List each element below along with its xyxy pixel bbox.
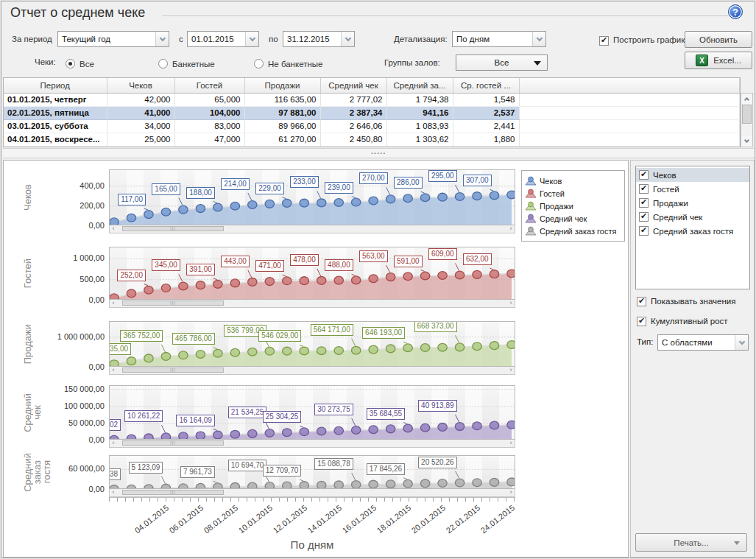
value-cell: 1,880 — [453, 133, 519, 146]
y-axis-tick-label: 60 000,00 — [68, 464, 105, 473]
value-cell: 1 083,93 — [386, 119, 453, 133]
data-point-marker — [473, 479, 481, 487]
chevron-down-icon[interactable] — [735, 335, 748, 350]
excel-button[interactable]: X Excel... — [685, 52, 752, 69]
scroll-up-icon[interactable] — [741, 94, 752, 104]
data-point-marker — [438, 423, 447, 432]
series-list-item[interactable]: Средний чек — [636, 210, 749, 224]
column-header[interactable]: Гостей — [174, 78, 244, 93]
scroll-left-icon[interactable]: ‹ — [110, 440, 117, 446]
plot-area: 385 123,097 961,7310 694,7012 709,7015 0… — [109, 455, 515, 489]
table-row[interactable]: 03.01.2015, суббота34,00083,00089 966,00… — [4, 119, 740, 133]
scroll-left-icon[interactable]: ‹ — [110, 225, 117, 232]
splitter-handle[interactable]: ▪▪▪▪▪ — [3, 148, 755, 158]
print-button[interactable]: Печать... — [635, 533, 747, 552]
data-point-marker — [507, 421, 515, 429]
column-header[interactable]: Ср. гостей ... — [453, 78, 519, 93]
chevron-down-icon[interactable] — [155, 32, 169, 46]
radio-banquet[interactable]: Банкетные — [158, 57, 215, 70]
scroll-left-icon[interactable]: ‹ — [110, 367, 117, 373]
chart-horizontal-scrollbar[interactable]: ‹|||› — [109, 440, 515, 448]
radio-non-banquet[interactable]: Не банкетные — [254, 57, 322, 70]
data-point-marker — [420, 344, 429, 352]
data-point-label: 365 752,00 — [120, 330, 163, 342]
data-point-marker — [161, 352, 170, 360]
chart-type-select[interactable]: С областями — [657, 334, 749, 351]
chart-horizontal-scrollbar[interactable]: ‹|||› — [109, 225, 515, 233]
column-header[interactable]: Период — [4, 78, 107, 93]
series-list-item[interactable]: Гостей — [636, 182, 749, 196]
scrollbar-thumb[interactable] — [742, 105, 752, 124]
radio-all[interactable]: Все — [66, 57, 94, 70]
refresh-button[interactable]: Обновить — [685, 31, 752, 48]
series-list-item[interactable]: Продажи — [636, 196, 749, 210]
area-series-icon — [525, 226, 537, 236]
to-label: по — [269, 31, 278, 47]
series-list-item[interactable]: Чеков — [636, 168, 749, 182]
x-axis-title: По дням — [109, 538, 515, 551]
value-cell: 65,000 — [174, 93, 244, 106]
data-point-marker — [317, 427, 326, 435]
column-header[interactable]: Чеков — [107, 78, 174, 93]
period-select[interactable]: Текущий год — [57, 31, 169, 47]
scroll-down-icon[interactable] — [741, 136, 752, 147]
chevron-down-icon[interactable] — [532, 32, 545, 46]
data-point-label: 40 913,89 — [418, 400, 457, 412]
scrollbar-thumb[interactable]: ||| — [122, 440, 224, 446]
plot-area: 0210 261,2216 164,0921 534,2525 304,2530… — [109, 385, 515, 440]
checkbox-checked-icon[interactable] — [639, 170, 649, 180]
checkbox-checked-icon[interactable] — [639, 184, 649, 194]
series-list-item[interactable]: Средний заказ гостя — [636, 224, 749, 238]
table-row[interactable]: 02.01.2015, пятница41,000104,00097 881,0… — [4, 106, 740, 119]
scrollbar-thumb[interactable]: ||| — [122, 490, 224, 495]
column-header[interactable]: Продажи — [244, 78, 320, 93]
build-chart-checkbox[interactable] — [599, 34, 609, 47]
data-point-marker — [334, 481, 343, 489]
data-point-marker — [455, 271, 464, 279]
scroll-left-icon[interactable]: ‹ — [110, 489, 117, 496]
table-row[interactable]: 04.01.2015, воскресе...25,00047,00061 27… — [4, 133, 740, 146]
hall-groups-dropdown[interactable]: Все — [456, 55, 548, 71]
scroll-left-icon[interactable]: ‹ — [110, 300, 117, 306]
column-header[interactable]: Средний чек — [320, 78, 386, 93]
from-label: с — [179, 31, 183, 47]
value-cell: 2 450,80 — [320, 133, 386, 146]
checkbox-checked-icon[interactable] — [639, 212, 649, 222]
checkbox-checked-icon[interactable] — [639, 226, 649, 236]
data-point-marker — [455, 343, 464, 351]
area-series — [114, 195, 512, 225]
cumulative-checkbox[interactable]: Кумулятивный рост — [637, 317, 728, 326]
scrollbar-thumb[interactable]: ||| — [122, 368, 224, 373]
data-point-label: 5 123,09 — [129, 462, 163, 474]
data-point-marker — [334, 426, 343, 435]
date-to-select[interactable]: 31.12.2015 — [283, 31, 355, 47]
show-values-checkbox[interactable]: Показывать значения — [637, 297, 735, 306]
data-point-marker — [317, 481, 326, 489]
chart-horizontal-scrollbar[interactable]: ‹|||› — [109, 367, 515, 375]
help-icon[interactable]: ? — [728, 4, 743, 19]
chevron-down-icon[interactable] — [245, 32, 258, 46]
date-from-select[interactable]: 01.01.2015 — [187, 31, 259, 47]
scrollbar-thumb[interactable]: ||| — [122, 226, 224, 231]
y-axis-title: Чеков — [23, 169, 32, 225]
table-row[interactable]: 01.01.2015, четверг42,00065,000116 635,0… — [4, 93, 740, 106]
data-point-marker — [369, 426, 378, 434]
chevron-down-icon[interactable] — [341, 32, 354, 46]
column-header[interactable]: Средний за... — [386, 78, 453, 93]
column-header-filler — [519, 78, 740, 93]
scroll-right-icon[interactable]: › — [507, 440, 515, 446]
table-vertical-scrollbar[interactable] — [741, 93, 753, 147]
scroll-right-icon[interactable]: › — [507, 367, 515, 373]
data-point-label: 233,00 — [290, 176, 319, 188]
checkbox-checked-icon[interactable] — [639, 198, 649, 208]
chart-horizontal-scrollbar[interactable]: ‹|||› — [109, 489, 515, 497]
scroll-right-icon[interactable]: › — [507, 300, 515, 306]
detail-select[interactable]: По дням — [452, 31, 546, 47]
scroll-right-icon[interactable]: › — [507, 225, 515, 232]
chart-horizontal-scrollbar[interactable]: ‹|||› — [109, 300, 515, 308]
filler-cell — [519, 133, 740, 146]
scrollbar-thumb[interactable]: ||| — [122, 300, 224, 306]
x-axis-tick-label: 04.01.2015 — [133, 503, 171, 535]
scroll-right-icon[interactable]: › — [507, 489, 515, 496]
checkbox-checked-icon — [599, 36, 609, 46]
